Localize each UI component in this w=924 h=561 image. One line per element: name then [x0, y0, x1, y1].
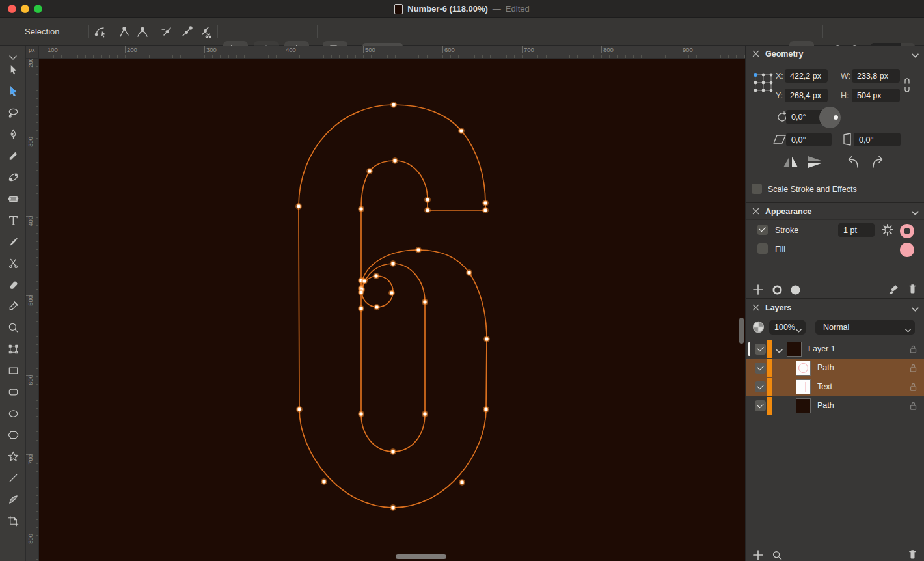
rectangle-tool[interactable] [0, 361, 26, 380]
chevron-down-icon[interactable] [912, 305, 919, 314]
link-dimensions-icon[interactable] [903, 77, 911, 96]
text-tool[interactable] [0, 210, 26, 230]
scale-stroke-checkbox[interactable] [752, 184, 762, 194]
knife-tool[interactable] [0, 232, 26, 251]
artwork-six-outline[interactable] [39, 59, 745, 561]
gear-icon[interactable] [881, 223, 894, 238]
anchor-node[interactable] [426, 208, 429, 212]
remove-anchor-tool-icon[interactable] [157, 18, 176, 46]
skew-horizontal-input[interactable]: 0,0° [786, 133, 832, 146]
polygon-tool[interactable] [0, 425, 26, 445]
anchor-node[interactable] [391, 450, 395, 454]
anchor-node[interactable] [297, 407, 301, 411]
rounded-rectangle-tool[interactable] [0, 382, 26, 402]
anchor-node[interactable] [391, 262, 395, 266]
anchor-node[interactable] [374, 274, 378, 278]
horizontal-ruler[interactable]: 100200300400500600700800900 [39, 46, 745, 59]
add-layer-icon[interactable] [752, 549, 764, 561]
h-input[interactable]: 504 px [852, 89, 900, 102]
close-icon[interactable] [746, 208, 765, 215]
layer-name[interactable]: Path [817, 363, 834, 372]
transform-tool[interactable] [0, 339, 26, 359]
anchor-node[interactable] [359, 207, 363, 211]
delete-layer-trash-icon[interactable] [907, 549, 918, 561]
six-glyph-path[interactable] [299, 206, 487, 508]
layer-thumbnail[interactable] [796, 398, 811, 413]
anchor-node[interactable] [484, 407, 488, 411]
anchor-node[interactable] [359, 290, 363, 294]
node-tool[interactable] [0, 167, 26, 187]
layer-thumbnail[interactable] [787, 342, 802, 357]
ellipse-tool[interactable] [0, 404, 26, 423]
lock-icon[interactable] [909, 363, 917, 375]
search-layers-icon[interactable] [772, 550, 783, 561]
anchor-node[interactable] [426, 198, 429, 202]
anchor-node[interactable] [368, 169, 372, 173]
add-anchor-tool-icon[interactable] [177, 18, 197, 46]
vertical-ruler[interactable]: 200300400500600700800 [26, 59, 39, 561]
lasso-tool[interactable] [0, 103, 26, 122]
anchor-node[interactable] [460, 480, 464, 484]
anchor-node[interactable] [423, 300, 427, 304]
fill-mode-icon[interactable] [790, 284, 801, 297]
lock-icon[interactable] [909, 344, 917, 356]
direct-selection-tool-active[interactable] [0, 81, 26, 101]
anchor-node[interactable] [392, 103, 396, 107]
corner-point-tool-icon[interactable] [115, 18, 134, 46]
anchor-node[interactable] [459, 129, 463, 133]
trash-icon[interactable] [907, 283, 918, 297]
lock-icon[interactable] [909, 401, 917, 413]
anchor-node[interactable] [416, 248, 420, 252]
flip-vertical-icon[interactable] [806, 155, 823, 171]
anchor-node[interactable] [359, 307, 363, 310]
skew-vertical-input[interactable]: 0,0° [854, 133, 901, 146]
anchor-node[interactable] [393, 159, 397, 163]
cut-path-tool-icon[interactable] [196, 18, 215, 46]
curve-pointer-tool-icon[interactable] [91, 18, 111, 46]
scissors-tool[interactable] [0, 253, 26, 273]
fill-enabled-checkbox[interactable] [757, 243, 768, 254]
y-input[interactable]: 268,4 px [785, 89, 828, 102]
layer-name[interactable]: Path [817, 401, 834, 410]
layer-row-layer1[interactable]: Layer 1 [746, 340, 924, 359]
vertical-scrollbar[interactable] [739, 318, 744, 344]
line-tool[interactable] [0, 468, 26, 487]
layer-opacity-dropdown[interactable]: 100% [769, 320, 806, 335]
close-icon[interactable] [746, 304, 765, 311]
anchor-node[interactable] [359, 412, 363, 416]
layer-visibility-checkbox[interactable] [755, 381, 766, 392]
anchor-node[interactable] [297, 204, 301, 208]
layer-thumbnail[interactable] [796, 379, 811, 394]
layer-visibility-checkbox[interactable] [755, 400, 766, 411]
stroke-width-input[interactable]: 1 pt [838, 223, 875, 237]
anchor-node[interactable] [322, 480, 326, 484]
rotation-dial[interactable] [819, 107, 841, 128]
star-tool[interactable] [0, 446, 26, 466]
fill-color-swatch[interactable] [900, 243, 914, 257]
anchor-node[interactable] [375, 305, 379, 309]
eraser-tool[interactable] [0, 275, 26, 294]
layer-visibility-checkbox[interactable] [755, 344, 766, 355]
x-input[interactable]: 422,2 px [785, 69, 828, 83]
rotate-right-icon[interactable] [871, 155, 886, 171]
six-glyph-path[interactable] [299, 105, 485, 452]
layer-row-text[interactable]: Text [746, 377, 924, 396]
w-input[interactable]: 233,8 px [852, 69, 900, 83]
canvas[interactable] [39, 59, 745, 561]
layer-thumbnail[interactable] [796, 361, 811, 376]
stroke-mode-icon[interactable] [772, 284, 783, 297]
add-style-icon[interactable] [752, 284, 764, 297]
selection-tool[interactable] [0, 60, 26, 79]
chevron-down-icon[interactable] [912, 208, 919, 217]
anchor-node[interactable] [485, 337, 489, 341]
chevron-down-icon[interactable] [912, 51, 919, 60]
expand-layer-chevron[interactable] [776, 346, 783, 355]
flip-horizontal-icon[interactable] [782, 155, 799, 171]
layer-name[interactable]: Layer 1 [808, 344, 836, 353]
smooth-point-tool-icon[interactable] [133, 18, 152, 46]
anchor-node[interactable] [483, 201, 487, 205]
close-icon[interactable] [746, 50, 765, 57]
layer-visibility-checkbox[interactable] [755, 363, 766, 374]
clear-style-brush-icon[interactable] [888, 284, 899, 297]
stroke-enabled-checkbox[interactable] [757, 225, 768, 235]
